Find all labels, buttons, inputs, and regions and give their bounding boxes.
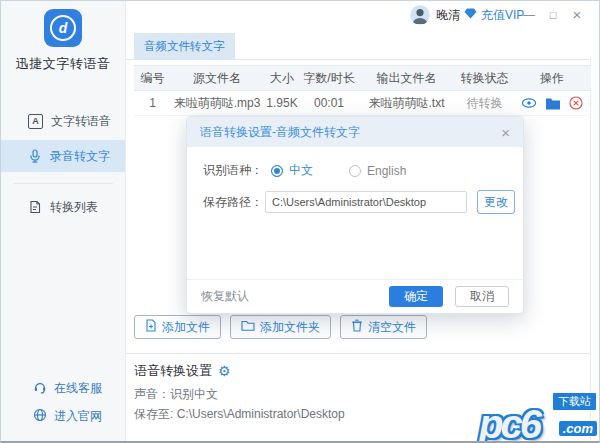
- col-number: 编号: [134, 66, 171, 90]
- tab-audio-to-text[interactable]: 音频文件转文字: [134, 33, 235, 60]
- folder-icon: [241, 320, 255, 334]
- gear-icon[interactable]: ⚙: [218, 364, 231, 378]
- username[interactable]: 晚清: [436, 1, 460, 29]
- sidebar-item-label: 录音转文字: [50, 148, 110, 165]
- watermark-text: pc6: [479, 404, 539, 443]
- official-site-link[interactable]: 进入官网: [33, 408, 102, 425]
- clear-files-button[interactable]: 清空文件: [340, 315, 427, 339]
- globe-icon: [33, 408, 47, 425]
- dialog-titlebar: 语音转换设置-音频文件转文字 ×: [187, 117, 523, 147]
- headset-icon: [33, 380, 47, 397]
- cell-size: 1.95K: [263, 91, 301, 115]
- settings-dialog: 语音转换设置-音频文件转文字 × 识别语种： 中文 English 保存路径： …: [186, 116, 524, 314]
- col-status: 转换状态: [456, 66, 513, 90]
- cell-output: 来啦萌萌哒.txt: [357, 91, 456, 115]
- sidebar-item-text-to-speech[interactable]: A 文字转语音: [1, 105, 125, 137]
- add-folder-button[interactable]: 添加文件夹: [230, 315, 331, 339]
- table-header: 编号 源文件名 大小 字数/时长 输出文件名 转换状态 操作: [134, 65, 591, 91]
- add-file-button[interactable]: 添加文件: [134, 315, 221, 339]
- ok-button[interactable]: 确定: [389, 286, 443, 307]
- clear-files-label: 清空文件: [368, 319, 416, 336]
- close-button[interactable]: ×: [568, 1, 586, 29]
- col-size: 大小: [263, 66, 301, 90]
- change-path-button[interactable]: 更改: [477, 190, 515, 214]
- add-folder-label: 添加文件夹: [260, 319, 320, 336]
- online-support-link[interactable]: 在线客服: [33, 380, 102, 397]
- official-site-label: 进入官网: [54, 408, 102, 425]
- save-path-line: 保存至: C:\Users\Administrator\Desktop: [134, 406, 345, 423]
- watermark-com: .com: [559, 421, 597, 436]
- minimize-button[interactable]: —: [520, 1, 538, 29]
- language-row: 识别语种： 中文 English: [203, 162, 406, 179]
- cell-actions: [513, 91, 591, 115]
- cancel-button[interactable]: 取消: [455, 286, 509, 307]
- sidebar-item-label: 转换列表: [50, 199, 98, 216]
- remove-file-icon[interactable]: [569, 96, 583, 110]
- user-avatar[interactable]: [410, 5, 430, 25]
- sidebar-item-conversion-list[interactable]: 转换列表: [1, 191, 125, 223]
- preview-eye-icon[interactable]: [521, 97, 537, 109]
- save-path-row: 保存路径： 更改: [203, 190, 515, 214]
- pc6-watermark: pc6 下载站 .com: [477, 388, 597, 438]
- language-label: 识别语种：: [203, 162, 263, 179]
- app-name: 迅捷文字转语音: [1, 55, 125, 73]
- conversion-list-icon: [28, 200, 42, 214]
- restore-default-link[interactable]: 恢复默认: [201, 288, 249, 305]
- table-row[interactable]: 1 来啦萌萌哒.mp3 1.95K 00:01 来啦萌萌哒.txt 待转换: [134, 91, 591, 116]
- maximize-button[interactable]: □: [544, 1, 562, 29]
- sidebar-item-label: 文字转语音: [51, 113, 111, 130]
- save-path-input[interactable]: [265, 191, 467, 213]
- radio-chinese[interactable]: [271, 165, 283, 177]
- dialog-close-icon[interactable]: ×: [501, 125, 510, 140]
- file-toolbar: 添加文件 添加文件夹 清空文件: [134, 315, 427, 339]
- cell-source: 来啦萌萌哒.mp3: [171, 91, 263, 115]
- diamond-icon: [464, 1, 477, 29]
- microphone-icon: [28, 149, 42, 163]
- topbar: 晚清 充值VIP — □ ×: [126, 1, 599, 29]
- cell-words-duration: 00:01: [301, 91, 357, 115]
- open-folder-icon[interactable]: [545, 97, 561, 110]
- file-table: 编号 源文件名 大小 字数/时长 输出文件名 转换状态 操作 1 来啦萌萌哒.m…: [134, 65, 591, 116]
- app-logo-icon: d: [44, 9, 82, 47]
- col-output: 输出文件名: [357, 66, 456, 90]
- sidebar: d 迅捷文字转语音 A 文字转语音 录音转文字: [1, 1, 126, 441]
- dialog-footer: 恢复默认 确定 取消: [187, 279, 523, 313]
- voice-setting-line: 声音：识别中文: [134, 386, 218, 403]
- logo-letter: d: [50, 15, 76, 41]
- cell-number: 1: [134, 91, 171, 115]
- trash-icon: [351, 319, 363, 335]
- col-source: 源文件名: [171, 66, 263, 90]
- watermark-tag: 下载站: [552, 392, 597, 411]
- radio-english[interactable]: [349, 165, 361, 177]
- dialog-title: 语音转换设置-音频文件转文字: [200, 124, 360, 141]
- summary-title-text: 语音转换设置: [134, 362, 212, 380]
- sidebar-divider: [13, 183, 113, 184]
- radio-chinese-label[interactable]: 中文: [289, 162, 313, 179]
- col-words-duration: 字数/时长: [301, 66, 357, 90]
- file-plus-icon: [145, 319, 157, 335]
- bottom-divider: [126, 353, 589, 354]
- app-window: d 迅捷文字转语音 A 文字转语音 录音转文字: [0, 0, 600, 443]
- add-file-label: 添加文件: [162, 319, 210, 336]
- col-actions: 操作: [513, 66, 591, 90]
- tab-row: 音频文件转文字: [126, 29, 589, 60]
- conversion-settings-summary-title: 语音转换设置 ⚙: [134, 362, 231, 380]
- radio-english-label[interactable]: English: [367, 164, 406, 178]
- recharge-vip-label: 充值VIP: [481, 1, 524, 29]
- recharge-vip-button[interactable]: 充值VIP: [464, 1, 524, 29]
- sidebar-item-audio-to-text[interactable]: 录音转文字: [1, 140, 125, 172]
- text-icon: A: [28, 114, 43, 129]
- save-path-label: 保存路径：: [203, 194, 263, 211]
- online-support-label: 在线客服: [54, 380, 102, 397]
- cell-status: 待转换: [456, 91, 513, 115]
